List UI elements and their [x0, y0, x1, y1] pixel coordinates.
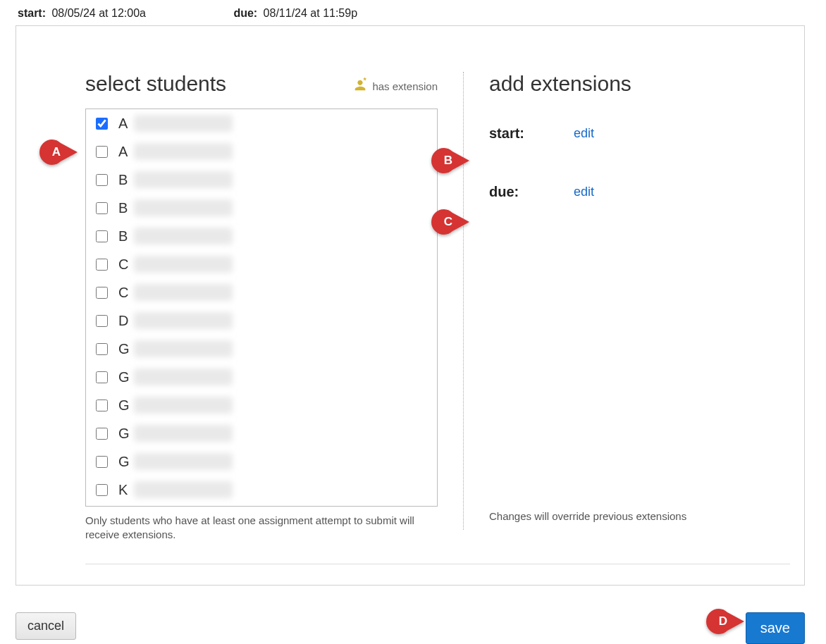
student-name-redacted [134, 256, 233, 273]
student-name-redacted [134, 171, 233, 188]
student-name-redacted [134, 143, 233, 160]
student-row[interactable]: B [86, 166, 437, 194]
student-name-redacted [134, 228, 233, 244]
save-button[interactable]: save [746, 612, 805, 644]
horizontal-rule [85, 564, 790, 564]
add-extensions-heading: add extensions [489, 72, 769, 96]
student-row[interactable]: G [86, 391, 437, 419]
extension-dialog: select students * has extension AABBBCCD… [16, 25, 805, 586]
has-extension-label: has extension [372, 80, 438, 92]
student-row[interactable]: B [86, 194, 437, 222]
student-row[interactable]: D [86, 306, 437, 335]
student-initial: A [118, 144, 132, 160]
student-initial: G [118, 454, 132, 470]
extension-start-label: start: [489, 125, 574, 142]
student-checkbox[interactable] [96, 484, 108, 496]
student-initial: C [118, 285, 132, 301]
student-listbox[interactable]: AABBBCCDGGGGGK [85, 109, 438, 507]
student-row[interactable]: G [86, 419, 437, 447]
student-checkbox[interactable] [96, 343, 108, 355]
has-extension-icon: * [352, 78, 368, 95]
student-name-redacted [134, 284, 233, 301]
student-row[interactable]: C [86, 278, 437, 306]
due-value: 08/11/24 at 11:59p [264, 7, 357, 19]
student-checkbox[interactable] [96, 259, 108, 271]
override-note: Changes will override previous extension… [489, 510, 769, 522]
edit-due-button[interactable]: edit [574, 185, 594, 199]
student-row[interactable]: K [86, 476, 437, 504]
student-checkbox[interactable] [96, 230, 108, 242]
student-name-redacted [134, 115, 233, 132]
student-row[interactable]: A [86, 137, 437, 166]
student-name-redacted [134, 425, 233, 442]
student-name-redacted [134, 397, 233, 414]
student-initial: G [118, 341, 132, 357]
svg-text:*: * [364, 78, 367, 85]
student-row[interactable]: A [86, 109, 437, 137]
start-label: start: [18, 7, 46, 19]
student-checkbox[interactable] [96, 371, 108, 383]
student-row[interactable]: B [86, 222, 437, 250]
student-initial: B [118, 172, 132, 188]
student-initial: G [118, 426, 132, 442]
student-initial: K [118, 482, 132, 498]
student-checkbox[interactable] [96, 400, 108, 411]
student-name-redacted [134, 453, 233, 470]
date-header: start: 08/05/24 at 12:00a due: 08/11/24 … [0, 7, 826, 25]
extension-due-label: due: [489, 184, 574, 200]
student-name-redacted [134, 312, 233, 329]
start-value: 08/05/24 at 12:00a [51, 7, 145, 19]
student-note: Only students who have at least one assi… [85, 514, 438, 543]
student-checkbox[interactable] [96, 174, 108, 186]
student-checkbox[interactable] [96, 202, 108, 214]
student-row[interactable]: G [86, 335, 437, 363]
student-name-redacted [134, 199, 233, 216]
has-extension-legend: * has extension [352, 78, 438, 95]
student-initial: G [118, 397, 132, 414]
student-initial: C [118, 256, 132, 273]
student-name-redacted [134, 369, 233, 385]
student-name-redacted [134, 340, 233, 357]
student-checkbox[interactable] [96, 118, 108, 130]
student-checkbox[interactable] [96, 287, 108, 299]
extension-start-row: start: edit [489, 125, 769, 142]
student-initial: A [118, 116, 132, 132]
student-row[interactable]: G [86, 363, 437, 391]
student-name-redacted [134, 481, 233, 498]
student-row[interactable]: C [86, 250, 437, 278]
cancel-button[interactable]: cancel [16, 612, 76, 640]
student-checkbox[interactable] [96, 146, 108, 158]
edit-start-button[interactable]: edit [574, 126, 594, 141]
student-initial: G [118, 369, 132, 385]
button-bar: cancel save [16, 595, 805, 644]
student-checkbox[interactable] [96, 315, 108, 327]
student-checkbox[interactable] [96, 456, 108, 468]
extension-due-row: due: edit [489, 184, 769, 200]
due-label: due: [233, 7, 257, 19]
student-initial: D [118, 313, 132, 329]
student-row[interactable]: G [86, 447, 437, 476]
student-initial: B [118, 200, 132, 216]
column-divider [463, 72, 464, 530]
student-initial: B [118, 228, 132, 244]
student-checkbox[interactable] [96, 428, 108, 440]
